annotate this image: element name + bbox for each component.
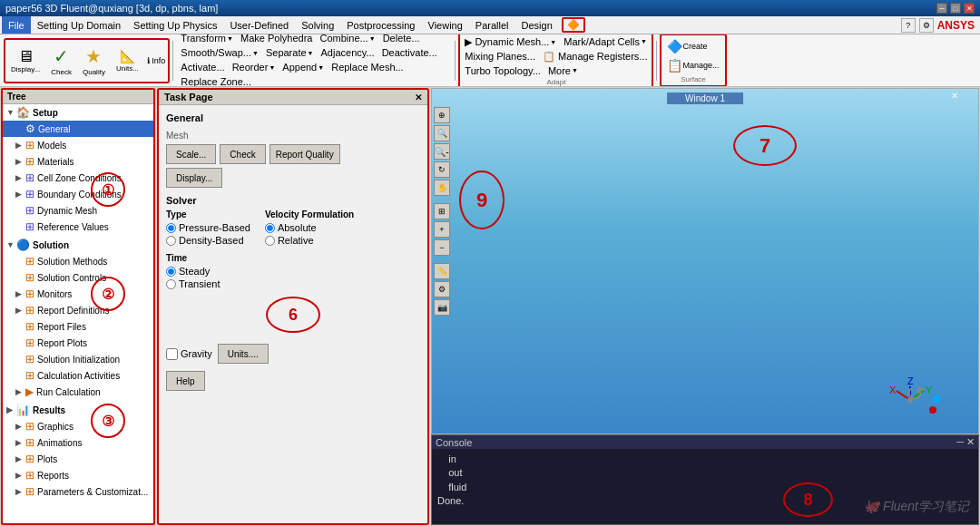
combine-button[interactable]: Combine... ▼ <box>317 34 377 44</box>
replace-mesh-button[interactable]: Replace Mesh... <box>328 61 406 73</box>
tree-item-materials[interactable]: ▶ ⊞ Materials <box>3 153 153 170</box>
steady-radio[interactable] <box>166 267 176 277</box>
menu-extra[interactable]: 🔶 <box>562 17 585 33</box>
mark-adapt-button[interactable]: Mark/Adapt Cells ▼ <box>561 35 650 49</box>
close-button[interactable]: ✕ <box>964 3 975 14</box>
menu-solving[interactable]: Solving <box>295 16 340 34</box>
quality-button[interactable]: ★ Quality <box>78 41 110 81</box>
tree-section-results[interactable]: ▶ 📊 Results <box>3 402 153 418</box>
screenshot-button[interactable]: 📷 <box>434 299 450 316</box>
activate-button[interactable]: Activate... <box>178 61 227 73</box>
units-button[interactable]: 📐 Units... <box>112 41 143 81</box>
tree-item-plots[interactable]: ▶ ⊞ Plots <box>3 451 153 467</box>
help-button-task[interactable]: Help <box>166 371 205 391</box>
settings-button[interactable]: ⚙ <box>919 18 934 33</box>
viewport-close-button[interactable]: ✕ <box>951 91 958 101</box>
info-button[interactable]: ℹ Info <box>147 56 166 65</box>
create-button[interactable]: 🔷 Create <box>663 37 710 55</box>
delete-button[interactable]: Delete... <box>380 34 423 44</box>
pressure-based-radio[interactable] <box>166 223 176 233</box>
steady-option[interactable]: Steady <box>166 266 420 277</box>
deactivate-button[interactable]: Deactivate... <box>379 46 440 59</box>
relative-option[interactable]: Relative <box>265 235 354 246</box>
menu-setting-up-domain[interactable]: Setting Up Domain <box>31 16 127 34</box>
menu-file[interactable]: File <box>2 16 31 34</box>
menu-design[interactable]: Design <box>515 16 559 34</box>
tree-item-solution-methods[interactable]: ⊞ Solution Methods <box>3 253 153 269</box>
maximize-button[interactable]: □ <box>950 3 961 14</box>
tree-item-solution-controls[interactable]: ⊞ Solution Controls <box>3 269 153 286</box>
make-polyhedra-button[interactable]: Make Polyhedra <box>238 34 316 44</box>
minimize-button[interactable]: ─ <box>936 3 947 14</box>
density-based-option[interactable]: Density-Based <box>166 235 250 246</box>
turbo-topology-button[interactable]: Turbo Topology... <box>462 64 544 77</box>
pressure-based-option[interactable]: Pressure-Based <box>166 222 250 233</box>
tree-item-boundary[interactable]: ▶ ⊞ Boundary Conditions <box>3 186 153 202</box>
dynamic-mesh-button[interactable]: ▶ Dynamic Mesh... ▼ <box>462 35 559 49</box>
rotate-button[interactable]: ↻ <box>434 161 450 178</box>
tree-item-monitors[interactable]: ▶ ⊞ Monitors <box>3 286 153 302</box>
adjacency-button[interactable]: Adjacency... <box>318 46 377 59</box>
console-area[interactable]: Console ─ ✕ in out fluid Done. > 8 <box>431 434 979 525</box>
check-mesh-button[interactable]: Check <box>220 144 265 164</box>
ruler-button[interactable]: 📏 <box>434 263 450 279</box>
zoom-box-button[interactable]: ⊞ <box>434 203 450 219</box>
transient-option[interactable]: Transient <box>166 278 420 289</box>
zoom-in-button[interactable]: 🔍 <box>434 125 450 141</box>
report-quality-button[interactable]: Report Quality <box>270 144 340 164</box>
tree-item-params[interactable]: ▶ ⊞ Parameters & Customizat... <box>3 483 153 500</box>
gravity-checkbox-label[interactable]: Gravity <box>166 348 212 360</box>
gravity-checkbox[interactable] <box>166 348 178 360</box>
units-button-task[interactable]: Units.... <box>218 344 269 364</box>
settings-vp-button[interactable]: ⚙ <box>434 281 450 297</box>
zoom-out2-button[interactable]: − <box>434 239 450 256</box>
tree-item-general[interactable]: ⚙ General <box>3 121 153 137</box>
tree-item-calc-activities[interactable]: ⊞ Calculation Activities <box>3 367 153 384</box>
display-button[interactable]: 🖥 Display... <box>6 41 44 81</box>
smooth-swap-button[interactable]: Smooth/Swap... ▼ <box>178 46 261 59</box>
replace-zone-button[interactable]: Replace Zone... <box>178 75 254 87</box>
tree-item-animations[interactable]: ▶ ⊞ Animations <box>3 434 153 451</box>
tree-item-reference[interactable]: ⊞ Reference Values <box>3 219 153 235</box>
zoom-fit-button[interactable]: ⊕ <box>434 107 450 123</box>
tree-item-dynamic-mesh[interactable]: ⊞ Dynamic Mesh <box>3 202 153 219</box>
task-close-button[interactable]: ✕ <box>415 93 422 102</box>
zoom-out-button[interactable]: 🔍- <box>434 143 450 160</box>
absolute-option[interactable]: Absolute <box>265 222 354 233</box>
menu-setting-up-physics[interactable]: Setting Up Physics <box>127 16 223 34</box>
mixing-planes-button[interactable]: Mixing Planes... <box>462 50 538 63</box>
manage-registers-button[interactable]: 📋 Manage Registers... <box>540 50 651 63</box>
help-button[interactable]: ? <box>901 18 916 33</box>
menu-user-defined[interactable]: User-Defined <box>223 16 295 34</box>
tree-item-models[interactable]: ▶ ⊞ Models <box>3 137 153 153</box>
menu-postprocessing[interactable]: Postprocessing <box>340 16 421 34</box>
manage-button[interactable]: 📋 Manage... <box>663 56 722 74</box>
console-close[interactable]: ✕ <box>966 436 975 448</box>
tree-item-report-plots[interactable]: ⊞ Report Plots <box>3 335 153 351</box>
separate-button[interactable]: Separate ▼ <box>263 46 317 59</box>
tree-section-solution[interactable]: ▼ 🔵 Solution <box>3 237 153 253</box>
tree-item-sol-init[interactable]: ⊞ Solution Initialization <box>3 351 153 367</box>
tree-item-reports[interactable]: ▶ ⊞ Reports <box>3 467 153 483</box>
absolute-radio[interactable] <box>265 223 275 233</box>
check-button[interactable]: ✓ Check <box>46 41 76 81</box>
transient-radio[interactable] <box>166 279 176 289</box>
pan-button[interactable]: ✋ <box>434 180 450 196</box>
tree-item-report-files[interactable]: ⊞ Report Files <box>3 318 153 335</box>
tree-item-report-defs[interactable]: ▶ ⊞ Report Definitions <box>3 302 153 318</box>
density-based-radio[interactable] <box>166 236 176 246</box>
scale-button[interactable]: Scale... <box>166 144 216 164</box>
tree-item-graphics[interactable]: ▶ ⊞ Graphics <box>3 418 153 434</box>
display-mesh-button[interactable]: Display... <box>166 168 222 188</box>
tree-item-run-calc[interactable]: ▶ ▶ Run Calculation <box>3 384 153 400</box>
menu-viewing[interactable]: Viewing <box>422 16 469 34</box>
zoom-in2-button[interactable]: + <box>434 221 450 238</box>
tree-item-cell-zones[interactable]: ▶ ⊞ Cell Zone Conditions <box>3 170 153 186</box>
transform-button[interactable]: Transform ▼ <box>178 34 236 44</box>
reorder-button[interactable]: Reorder ▼ <box>230 61 279 73</box>
menu-parallel[interactable]: Parallel <box>469 16 515 34</box>
append-button[interactable]: Append ▼ <box>279 61 327 73</box>
console-minimize[interactable]: ─ <box>956 436 964 448</box>
relative-radio[interactable] <box>265 236 275 246</box>
tree-section-setup[interactable]: ▼ 🏠 Setup <box>3 104 153 121</box>
